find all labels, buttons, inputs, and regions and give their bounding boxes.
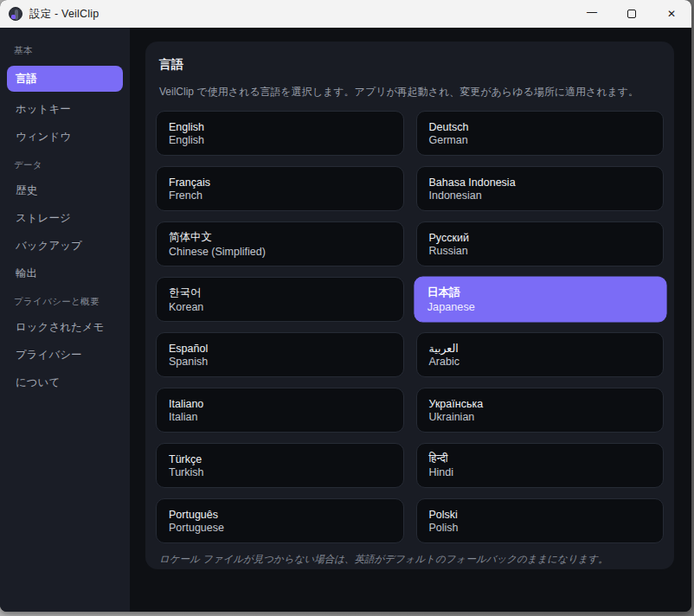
- settings-window: 設定 - VeilClip — ✕ 基本 言語 ホットキー ウィンドウ データ …: [0, 0, 691, 612]
- language-native-label: Русский: [429, 232, 652, 244]
- minimize-icon: —: [587, 6, 597, 18]
- language-card-japanese[interactable]: 日本語 Japanese: [414, 277, 666, 323]
- language-card-german[interactable]: Deutsch German: [416, 111, 665, 156]
- language-native-label: Français: [169, 176, 391, 189]
- language-english-label: Hindi: [429, 466, 652, 478]
- language-card-french[interactable]: Français French: [156, 166, 404, 211]
- language-english-label: Indonesian: [429, 189, 652, 202]
- language-card-ukrainian[interactable]: Українська Ukrainian: [416, 388, 665, 433]
- language-card-hindi[interactable]: हिन्दी Hindi: [416, 443, 665, 488]
- language-grid: English English Deutsch German Français …: [156, 111, 664, 543]
- main-content: 言語 VeilClip で使用される言語を選択します。アプリが再起動され、変更が…: [130, 28, 691, 612]
- language-native-label: English: [169, 121, 391, 133]
- sidebar-item-hotkeys[interactable]: ホットキー: [7, 95, 123, 123]
- minimize-button[interactable]: —: [572, 0, 612, 28]
- titlebar-left: 設定 - VeilClip: [0, 7, 572, 22]
- language-card-indonesian[interactable]: Bahasa Indonesia Indonesian: [416, 166, 665, 211]
- language-native-label: Deutsch: [429, 121, 652, 133]
- language-card-english[interactable]: English English: [156, 111, 404, 156]
- app-icon: [9, 7, 22, 21]
- language-english-label: Turkish: [169, 466, 391, 478]
- app-body: 基本 言語 ホットキー ウィンドウ データ 歴史 ストレージ バックアップ 輸出…: [0, 28, 691, 612]
- page-title: 言語: [156, 55, 664, 73]
- language-native-label: Bahasa Indonesia: [429, 176, 652, 189]
- sidebar-section-privacy: プライバシーと概要: [7, 287, 123, 313]
- language-english-label: Spanish: [169, 356, 391, 368]
- language-native-label: Português: [169, 509, 391, 521]
- sidebar-section-data: データ: [7, 151, 123, 176]
- maximize-icon: [627, 10, 636, 18]
- sidebar-item-privacy[interactable]: プライバシー: [7, 341, 123, 369]
- close-icon: ✕: [667, 8, 676, 20]
- language-card-chinese-simplified[interactable]: 简体中文 Chinese (Simplified): [156, 221, 404, 266]
- sidebar-item-export[interactable]: 輸出: [7, 260, 123, 287]
- sidebar-item-language[interactable]: 言語: [7, 66, 123, 92]
- language-english-label: French: [169, 189, 391, 202]
- language-native-label: Polski: [429, 509, 652, 521]
- fallback-note: ロケール ファイルが見つからない場合は、英語がデフォルトのフォールバックのままに…: [156, 553, 664, 566]
- language-card-korean[interactable]: 한국어 Korean: [156, 277, 404, 322]
- sidebar-item-locked-notes[interactable]: ロックされたメモ: [7, 313, 123, 341]
- maximize-button[interactable]: [612, 0, 652, 28]
- language-english-label: Polish: [429, 522, 652, 534]
- language-english-label: Ukrainian: [429, 411, 652, 423]
- language-native-label: 简体中文: [169, 230, 391, 245]
- sidebar-item-backup[interactable]: バックアップ: [7, 232, 123, 260]
- language-native-label: Türkçe: [169, 453, 391, 465]
- language-english-label: Arabic: [429, 356, 652, 368]
- language-english-label: Chinese (Simplified): [169, 246, 391, 258]
- language-english-label: Portuguese: [169, 522, 391, 534]
- language-card-russian[interactable]: Русский Russian: [416, 221, 665, 266]
- language-native-label: Italiano: [169, 398, 391, 410]
- language-native-label: 日本語: [427, 286, 652, 300]
- window-title: 設定 - VeilClip: [29, 7, 99, 22]
- language-english-label: Japanese: [427, 301, 652, 313]
- language-card-turkish[interactable]: Türkçe Turkish: [156, 443, 404, 488]
- language-card-arabic[interactable]: العربية Arabic: [416, 332, 665, 377]
- language-english-label: Italian: [169, 411, 391, 423]
- window-controls: — ✕: [572, 0, 691, 28]
- language-card-italian[interactable]: Italiano Italian: [156, 388, 404, 433]
- language-native-label: 한국어: [169, 286, 391, 300]
- sidebar-section-basic: 基本: [7, 36, 123, 62]
- sidebar: 基本 言語 ホットキー ウィンドウ データ 歴史 ストレージ バックアップ 輸出…: [0, 28, 130, 612]
- language-card-spanish[interactable]: Español Spanish: [156, 332, 404, 377]
- close-button[interactable]: ✕: [652, 0, 691, 28]
- page-description: VeilClip で使用される言語を選択します。アプリが再起動され、変更があらゆ…: [156, 85, 664, 99]
- language-card-portuguese[interactable]: Português Portuguese: [156, 498, 404, 543]
- language-native-label: Español: [169, 343, 391, 355]
- titlebar: 設定 - VeilClip — ✕: [0, 0, 691, 28]
- sidebar-item-about[interactable]: について: [7, 369, 123, 396]
- language-english-label: Korean: [169, 301, 391, 313]
- language-english-label: German: [429, 134, 652, 146]
- language-english-label: English: [169, 134, 391, 146]
- language-native-label: हिन्दी: [429, 452, 652, 465]
- sidebar-item-storage[interactable]: ストレージ: [7, 204, 123, 232]
- language-english-label: Russian: [429, 245, 652, 257]
- language-native-label: العربية: [429, 342, 652, 355]
- language-panel: 言語 VeilClip で使用される言語を選択します。アプリが再起動され、変更が…: [145, 42, 674, 569]
- sidebar-item-window[interactable]: ウィンドウ: [7, 123, 123, 151]
- language-native-label: Українська: [429, 398, 652, 410]
- sidebar-item-history[interactable]: 歴史: [7, 176, 123, 204]
- language-card-polish[interactable]: Polski Polish: [416, 498, 665, 543]
